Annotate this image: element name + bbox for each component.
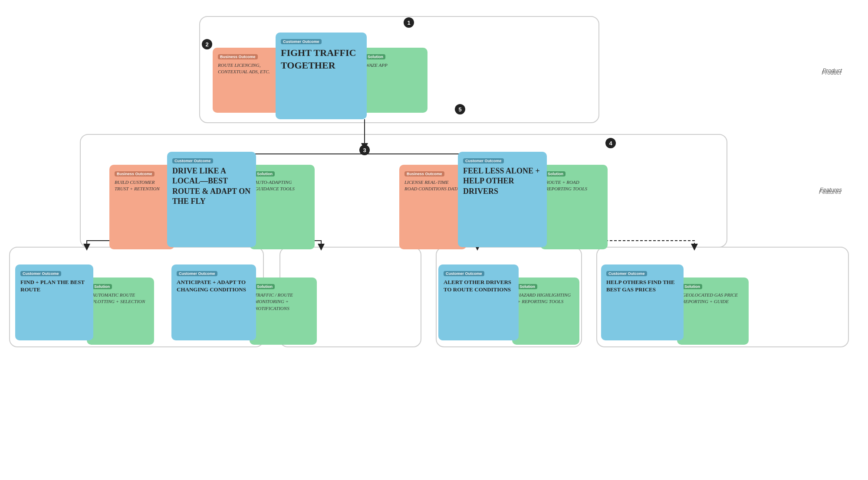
bottom-br1-customer-card: Customer Outcome Alert Other Drivers to … [438, 264, 519, 340]
mid-left-customer-title: Drive Like a Local—Best Route & Adapt on… [172, 166, 251, 207]
mid-right-customer-badge: Customer Outcome [463, 158, 504, 163]
bottom-bl2-title: Anticipate + Adapt to Changing Condition… [177, 279, 251, 294]
mid-right-customer-card: Customer Outcome Feel Less Alone + Help … [458, 152, 547, 247]
bottom-bl1-solution-card: Solution Automatic Route Plotting + Sele… [87, 278, 154, 345]
mid-right-customer-title: Feel Less Alone + Help Other Drivers [463, 166, 542, 196]
bottom-br1-solution-card: Solution Hazard Highlighting + Reporting… [512, 278, 579, 345]
bottom-bl1-customer-card: Customer Outcome Find + Plan the Best Ro… [15, 264, 93, 340]
badge-2: 2 [202, 39, 212, 49]
mid-right-solution-badge: Solution [546, 171, 566, 176]
top-customer-title: Fight Traffic Together [281, 47, 362, 72]
mid-right-business-text: License Real-Time Road Conditions Data [404, 179, 461, 193]
bottom-br1-solution-text: Hazard Highlighting + Reporting Tools [517, 292, 574, 305]
canvas: Product Features 1 2 3 4 5 Business Outc… [0, 0, 868, 480]
mid-right-business-badge: Business Outcome [404, 171, 444, 176]
product-label: Product [822, 69, 841, 76]
badge-3: 3 [359, 145, 370, 155]
bottom-br2-solution-text: Geolocated Gas Price Reporting + Guide [682, 292, 743, 305]
bottom-br2-title: Help Others Find the Best Gas Prices [606, 279, 678, 294]
bottom-bl2-solution-badge: Solution [255, 284, 275, 289]
top-solution-badge: Solution [365, 54, 385, 59]
badge-1: 1 [404, 17, 414, 28]
bottom-bl2-solution-card: Solution Traffic / Route Monitoring + No… [250, 278, 317, 345]
bottom-br2-customer-badge: Customer Outcome [606, 271, 647, 276]
bottom-bl2-customer-badge: Customer Outcome [177, 271, 217, 276]
bottom-bl2-customer-card: Customer Outcome Anticipate + Adapt to C… [171, 264, 256, 340]
mid-left-customer-card: Customer Outcome Drive Like a Local—Best… [167, 152, 256, 247]
mid-left-business-badge: Business Outcome [115, 171, 155, 176]
mid-left-customer-badge: Customer Outcome [172, 158, 213, 163]
mid-right-solution-text: Route + Road Reporting Tools [546, 179, 602, 193]
bottom-br1-title: Alert Other Drivers to Route Conditions [444, 279, 513, 294]
top-customer-card: Customer Outcome Fight Traffic Together [276, 33, 367, 119]
bottom-br1-solution-badge: Solution [517, 284, 537, 289]
bottom-bl1-title: Find + Plan the Best Route [20, 279, 88, 294]
top-business-badge: Business Outcome [218, 54, 258, 59]
mid-right-solution-card: Solution Route + Road Reporting Tools [540, 165, 608, 249]
mid-left-solution-badge: Solution [255, 171, 275, 176]
mid-left-business-text: Build Customer Trust + Retention [115, 179, 169, 193]
bottom-br2-solution-badge: Solution [682, 284, 702, 289]
top-solution-text: Waze App [365, 62, 422, 69]
mid-right-business-card: Business Outcome License Real-Time Road … [399, 165, 467, 249]
mid-left-business-card: Business Outcome Build Customer Trust + … [109, 165, 174, 249]
badge-5: 5 [455, 104, 465, 114]
top-solution-card: Solution Waze App [360, 48, 427, 113]
top-business-card: Business Outcome Route Licencing, Contex… [213, 48, 280, 113]
bottom-br2-customer-card: Customer Outcome Help Others Find the Be… [601, 264, 684, 340]
bottom-bl1-customer-badge: Customer Outcome [20, 271, 61, 276]
mid-left-solution-card: Solution Auto-Adapting Guidance Tools [250, 165, 315, 249]
bottom-br1-customer-badge: Customer Outcome [444, 271, 484, 276]
top-business-text: Route Licencing, Contextual Ads, Etc. [218, 62, 275, 75]
mid-left-solution-text: Auto-Adapting Guidance Tools [255, 179, 309, 193]
badge-4: 4 [605, 138, 616, 148]
bottom-bl2-solution-text: Traffic / Route Monitoring + Notificatio… [255, 292, 312, 312]
top-customer-badge: Customer Outcome [281, 39, 322, 44]
bottom-bl1-solution-text: Automatic Route Plotting + Selection [92, 292, 149, 305]
bottom-bl1-solution-badge: Solution [92, 284, 112, 289]
features-label: Features [819, 189, 841, 195]
bottom-br2-solution-card: Solution Geolocated Gas Price Reporting … [677, 278, 749, 345]
